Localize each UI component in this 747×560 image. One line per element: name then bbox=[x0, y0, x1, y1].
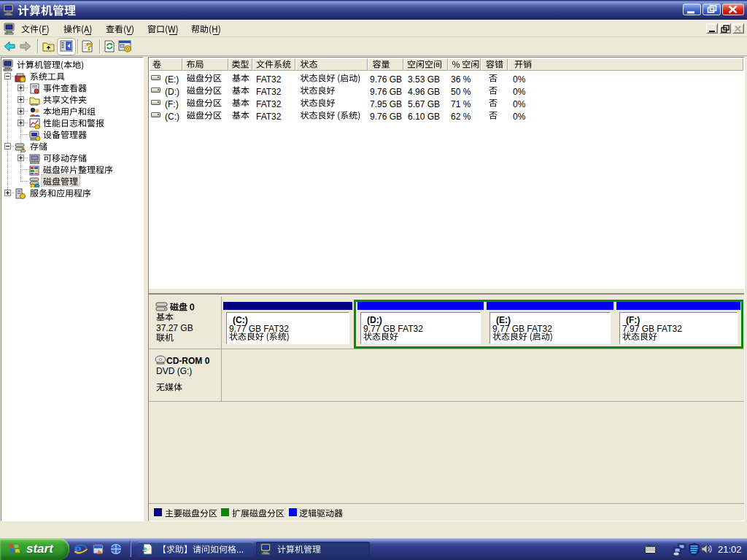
svg-text:e: e bbox=[143, 544, 147, 554]
svg-text:?: ? bbox=[86, 41, 93, 52]
